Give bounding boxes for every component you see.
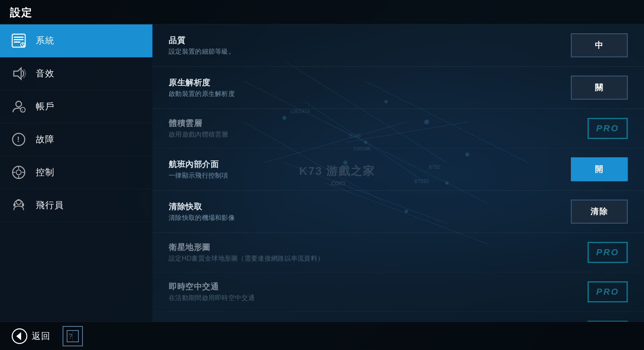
sidebar-label-audio: 音效 [36,67,54,80]
setting-control-clear-cache: 清除 [571,200,628,224]
setting-title-satellite-terrain: 衛星地形圖 [169,242,579,253]
setting-info-satellite-terrain: 衛星地形圖設定HD畫質全球地形圖（需要連接網路以串流資料） [169,242,579,263]
settings-container: 設定 系統 [0,0,644,350]
setting-desc-flight-interior: 一律顯示飛行控制項 [169,172,563,180]
setting-info-quality: 品質設定裝置的細節等級。 [169,35,563,56]
system-icon [10,32,28,50]
setting-desc-volumetric-clouds: 啟用遊戲內體積雲層 [169,130,579,139]
setting-info-live-air-traffic: 即時空中交通在活動期間啟用即時空中交通 [169,281,579,302]
svg-point-31 [16,101,22,107]
setting-desc-satellite-terrain: 設定HD畫質全球地形圖（需要連接網路以串流資料） [169,254,579,263]
help-icon: ? [66,330,79,343]
svg-point-37 [16,170,21,175]
sidebar-label-system: 系統 [36,35,54,47]
setting-desc-quality: 設定裝置的細節等級。 [169,48,563,56]
setting-title-native-res: 原生解析度 [169,77,563,88]
setting-info-volumetric-clouds: 體積雲層啟用遊戲內體積雲層 [169,118,579,139]
setting-info-native-res: 原生解析度啟動裝置的原生解析度 [169,77,563,98]
svg-line-29 [23,45,24,46]
setting-button-volumetric-clouds: PRO [588,118,628,139]
setting-desc-live-air-traffic: 在活動期間啟用即時空中交通 [169,294,579,302]
setting-control-native-res: 關 [571,76,628,100]
svg-rect-44 [22,203,24,207]
setting-button-live-air-traffic: PRO [588,281,628,302]
setting-title-volumetric-clouds: 體積雲層 [169,118,579,129]
setting-control-flight-interior: 開 [571,157,628,181]
audio-icon [10,65,28,83]
setting-title-flight-interior: 航班內部介面 [169,159,563,170]
help-button[interactable]: ? [63,326,83,346]
back-circle-icon [11,328,28,344]
content-area: 系統 音效 [0,24,644,322]
setting-row-flight-interior: 航班內部介面一律顯示飛行控制項開 [152,148,644,191]
setting-control-quality: 中 [571,33,628,57]
setting-row-live-air-traffic: 即時空中交通在活動期間啟用即時空中交通PRO [152,272,644,312]
fault-icon: ! [10,130,28,148]
account-icon: ! [10,98,28,115]
setting-row-quality: 品質設定裝置的細節等級。中 [152,24,644,67]
setting-row-satellite-terrain: 衛星地形圖設定HD畫質全球地形圖（需要連接網路以串流資料）PRO [152,233,644,272]
setting-button-flight-interior[interactable]: 開 [571,157,628,181]
setting-button-clear-cache[interactable]: 清除 [571,200,628,224]
setting-control-live-air-traffic: PRO [588,281,628,302]
bottom-bar: 返回 ? [0,322,644,350]
setting-title-live-air-traffic: 即時空中交通 [169,281,579,292]
setting-desc-native-res: 啟動裝置的原生解析度 [169,90,563,98]
svg-point-32 [20,107,25,112]
setting-button-native-res[interactable]: 關 [571,76,628,100]
svg-rect-26 [14,41,20,43]
setting-row-clear-cache: 清除快取清除快取的機場和影像清除 [152,191,644,233]
svg-rect-43 [13,203,15,207]
sidebar: 系統 音效 [0,24,152,322]
svg-marker-30 [14,68,21,79]
setting-control-volumetric-clouds: PRO [588,118,628,139]
control-icon [10,163,28,181]
svg-text:!: ! [17,135,20,143]
setting-row-native-res: 原生解析度啟動裝置的原生解析度關 [152,67,644,109]
setting-desc-clear-cache: 清除快取的機場和影像 [169,214,563,222]
pilot-icon [10,196,28,214]
svg-rect-24 [14,37,24,38]
sidebar-label-account: 帳戶 [36,100,54,113]
setting-title-local-air-traffic: 當地空中交通 [169,321,579,322]
sidebar-item-account[interactable]: ! 帳戶 [0,90,152,123]
setting-info-clear-cache: 清除快取清除快取的機場和影像 [169,201,563,222]
sidebar-item-audio[interactable]: 音效 [0,57,152,90]
setting-button-local-air-traffic: PRO [588,321,628,322]
setting-title-clear-cache: 清除快取 [169,201,563,212]
sidebar-label-pilot: 飛行員 [36,199,64,211]
setting-control-satellite-terrain: PRO [588,242,628,263]
sidebar-label-fault: 故障 [36,133,54,146]
sidebar-item-fault[interactable]: ! 故障 [0,123,152,156]
setting-info-local-air-traffic: 當地空中交通在活動期間啟用當地空中交通 [169,321,579,322]
setting-button-satellite-terrain: PRO [588,242,628,263]
sidebar-item-control[interactable]: 控制 [0,156,152,189]
main-panel: 品質設定裝置的細節等級。中原生解析度啟動裝置的原生解析度關體積雲層啟用遊戲內體積… [152,24,644,322]
svg-text:!: ! [22,108,23,112]
svg-text:?: ? [69,333,72,340]
svg-marker-46 [16,332,21,340]
setting-button-quality[interactable]: 中 [571,33,628,57]
back-button[interactable]: 返回 [11,328,50,344]
setting-control-local-air-traffic: PRO [588,321,628,322]
setting-info-flight-interior: 航班內部介面一律顯示飛行控制項 [169,159,563,180]
setting-row-volumetric-clouds: 體積雲層啟用遊戲內體積雲層PRO [152,109,644,148]
page-title: 設定 [10,6,634,20]
setting-row-local-air-traffic: 當地空中交通在活動期間啟用當地空中交通PRO [152,312,644,322]
sidebar-label-control: 控制 [36,166,54,178]
svg-rect-25 [14,39,24,40]
setting-title-quality: 品質 [169,35,563,46]
sidebar-item-pilot[interactable]: 飛行員 [0,189,152,222]
sidebar-item-system[interactable]: 系統 [0,24,152,57]
back-label: 返回 [32,330,50,342]
title-bar: 設定 [0,0,644,24]
